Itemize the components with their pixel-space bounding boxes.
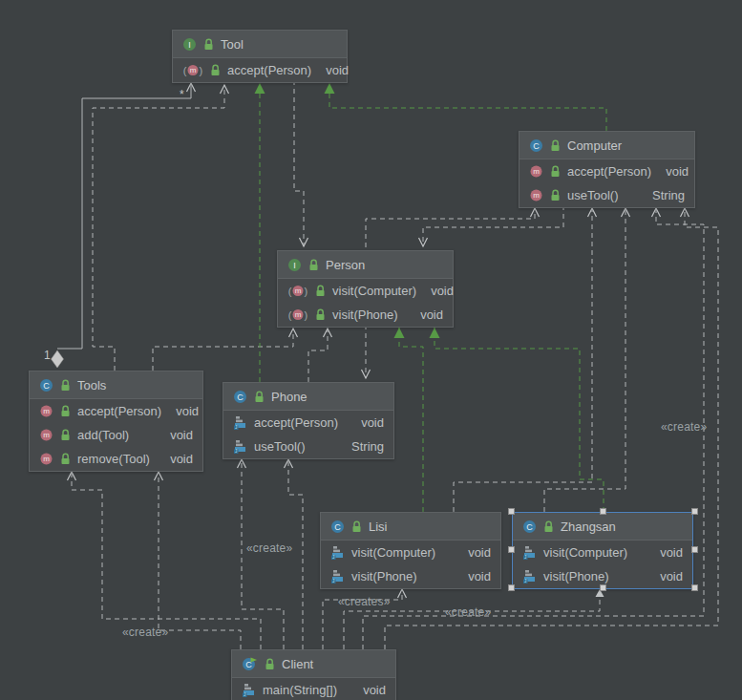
svg-text:J: J (524, 579, 526, 583)
svg-text:C: C (334, 521, 341, 531)
impl-method-icon: J (330, 545, 345, 560)
lock-icon (203, 38, 214, 51)
class-node-zhangsan[interactable]: CZhangsanJvisit(Computer)voidJvisit(Phon… (512, 512, 693, 589)
selection-handle[interactable] (508, 584, 515, 591)
class-icon: C (522, 520, 537, 534)
method-return-type: void (353, 415, 384, 430)
method-row[interactable]: madd(Tool)void (30, 423, 202, 447)
svg-text:I: I (188, 39, 191, 49)
class-node-tools[interactable]: CToolsmaccept(Person)voidmadd(Tool)voidm… (29, 371, 203, 472)
stereotype-label: «create» (661, 420, 707, 434)
method-label: main(String[]) (263, 683, 337, 697)
class-title: Lisi (369, 520, 388, 534)
svg-text:(: ( (183, 65, 187, 76)
method-label: accept(Person) (254, 415, 338, 430)
class-node-tool[interactable]: ITool(m)accept(Person)void (172, 30, 348, 83)
svg-text:m: m (43, 455, 50, 463)
method-row[interactable]: (m)accept(Person)void (173, 58, 347, 82)
lock-icon (351, 520, 362, 533)
method-return-type: void (318, 63, 349, 77)
method-row[interactable]: mremove(Tool)void (30, 447, 202, 471)
aggregation-edge (57, 83, 191, 349)
lock-icon (210, 64, 221, 76)
svg-text:m: m (43, 431, 50, 439)
class-node-lisi[interactable]: CLisiJvisit(Computer)voidJvisit(Phone)vo… (320, 512, 501, 589)
method-row[interactable]: Jaccept(Person)void (223, 411, 393, 435)
lock-icon (265, 658, 275, 670)
class-title: Computer (567, 138, 622, 153)
method-row[interactable]: maccept(Person)void (30, 399, 202, 423)
class-icon: C (39, 378, 53, 392)
stereotype-label: «creates» (338, 595, 391, 608)
method-label: visit(Computer) (332, 284, 416, 298)
selection-handle[interactable] (508, 508, 515, 515)
method-row[interactable]: maccept(Person)void (519, 159, 694, 183)
realization-arrowhead-icon (430, 328, 440, 338)
method-label: visit(Computer) (543, 545, 627, 560)
svg-text:I: I (293, 260, 296, 269)
selection-handle[interactable] (508, 546, 515, 553)
dependency-edge (153, 329, 293, 371)
method-return-type: void (162, 428, 193, 442)
svg-text:): ) (304, 309, 307, 321)
class-node-client[interactable]: CClientJmain(String[])void (231, 649, 396, 700)
class-node-phone[interactable]: CPhoneJaccept(Person)voidJuseTool()Strin… (223, 382, 394, 459)
svg-text:C: C (43, 380, 50, 390)
method-return-type: void (413, 308, 443, 322)
stereotype-label: «create» (445, 605, 491, 619)
dependency-edge (72, 472, 261, 649)
interface-icon: I (182, 37, 197, 52)
selection-handle[interactable] (691, 546, 698, 553)
method-row[interactable]: (m)visit(Computer)void (278, 279, 453, 303)
dependency-edge (423, 205, 563, 246)
class-node-computer[interactable]: CComputermaccept(Person)voidmuseTool()St… (519, 131, 695, 208)
impl-method-icon: J (330, 569, 345, 583)
dependency-edge (294, 80, 304, 246)
method-icon: m (39, 428, 53, 442)
method-row[interactable]: museTool()String (519, 183, 694, 207)
class-title: Phone (271, 390, 307, 404)
method-row[interactable]: Jvisit(Phone)void (321, 564, 500, 588)
selection-handle[interactable] (600, 584, 606, 591)
selection-handle[interactable] (600, 508, 606, 515)
method-label: remove(Tool) (77, 452, 150, 466)
dependency-edge (544, 208, 625, 512)
method-return-type: void (658, 164, 689, 179)
dependency-edge (454, 208, 592, 512)
method-return-type: String (645, 188, 685, 202)
impl-method-icon: J (242, 683, 256, 697)
lock-icon (550, 139, 561, 152)
realization-edge (399, 328, 423, 512)
svg-text:m: m (295, 286, 302, 295)
method-row[interactable]: Jvisit(Computer)void (321, 541, 500, 564)
method-icon: m (529, 188, 543, 202)
method-return-type: void (460, 545, 491, 560)
multiplicity-label: * (180, 88, 184, 101)
svg-text:C: C (237, 392, 244, 401)
diagram-canvas[interactable]: 1*«create»«create»«creates»«create»«crea… (0, 0, 742, 700)
method-label: accept(Person) (77, 404, 161, 418)
method-icon: m (529, 164, 543, 179)
svg-text:J: J (332, 555, 334, 560)
svg-text:C: C (533, 140, 540, 150)
method-label: useTool() (567, 188, 618, 202)
impl-method-icon: J (233, 415, 247, 430)
dependency-edge (93, 85, 224, 371)
abstract-method-icon: (m) (287, 284, 308, 298)
svg-text:m: m (43, 407, 50, 415)
class-node-person[interactable]: IPerson(m)visit(Computer)void(m)visit(Ph… (277, 250, 454, 328)
realization-arrowhead-icon (255, 83, 265, 94)
svg-text:J: J (524, 555, 526, 560)
class-title: Tool (221, 37, 244, 52)
lock-icon (543, 520, 554, 533)
method-label: visit(Phone) (543, 569, 609, 583)
selection-handle[interactable] (691, 584, 698, 591)
svg-text:(: ( (288, 286, 292, 297)
method-row[interactable]: Jvisit(Computer)void (513, 541, 692, 564)
selection-handle[interactable] (691, 508, 698, 515)
multiplicity-label: 1 (44, 349, 51, 362)
method-row[interactable]: (m)visit(Phone)void (278, 303, 453, 327)
method-row[interactable]: JuseTool()String (223, 435, 393, 458)
dependency-edge (159, 472, 241, 649)
method-row[interactable]: Jmain(String[])void (232, 678, 395, 700)
